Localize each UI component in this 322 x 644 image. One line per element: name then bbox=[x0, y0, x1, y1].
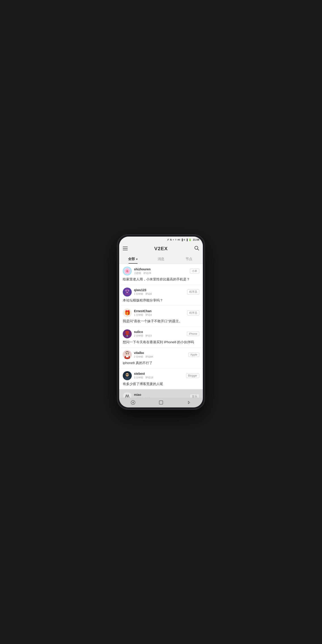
svg-point-25 bbox=[126, 373, 129, 376]
time-display: 21:09 bbox=[193, 238, 199, 241]
user-info: sulico 2 分钟前 评论3 bbox=[123, 330, 152, 338]
avatar-miao bbox=[123, 392, 132, 398]
svg-point-26 bbox=[126, 374, 127, 375]
back-button[interactable] bbox=[129, 398, 137, 406]
tag-badge-xiaomi[interactable]: 小米 bbox=[190, 268, 199, 274]
post-content-vitalbo: iphone8 真的不行了 bbox=[123, 360, 199, 366]
post-content-qiwu123: 本论坛模版程序能分享吗？ bbox=[123, 298, 199, 303]
hamburger-menu-button[interactable] bbox=[123, 246, 128, 251]
username-vitalbo: vitalbo bbox=[134, 351, 153, 355]
svg-rect-23 bbox=[126, 356, 128, 357]
svg-rect-13 bbox=[126, 331, 129, 333]
svg-rect-12 bbox=[126, 292, 128, 293]
post-item-errnestchan[interactable]: 🎁 ErnestChan 1 分钟前 评论4 程序员 我是问"喜欢一个妹子不敢开… bbox=[119, 306, 203, 327]
tab-messages-label: 消息 bbox=[158, 257, 164, 261]
avatar-vitalbo bbox=[123, 350, 132, 359]
signal-icon: ▐ bbox=[181, 238, 183, 241]
tab-bar: 全部 ▼ 消息 节点 bbox=[119, 254, 203, 264]
svg-rect-1 bbox=[123, 248, 128, 249]
home-button[interactable] bbox=[157, 398, 165, 406]
post-item-qiwu123[interactable]: qiwu123 1 分钟前 评论8 程序员 本论坛模版程序能分享吗？ bbox=[119, 285, 203, 306]
tag-badge-programmer1[interactable]: 程序员 bbox=[187, 289, 199, 294]
tag-badge-blogger[interactable]: Blogger bbox=[186, 374, 199, 378]
post-time-vitalbo: 2 分钟前 评论84 bbox=[134, 355, 153, 358]
tag-badge-iphone[interactable]: iPhone bbox=[187, 332, 199, 336]
post-time-qiwu123: 1 分钟前 评论8 bbox=[134, 292, 152, 296]
app-logo-title: V2EX bbox=[154, 246, 168, 252]
post-header: vitalbo 2 分钟前 评论84 Apple bbox=[123, 350, 199, 359]
post-feed: 🌸 shizhouren 几秒前 评论24 小米 给家里老人用，小米里性价比最高… bbox=[119, 264, 203, 398]
user-meta: shizhouren 几秒前 评论24 bbox=[134, 268, 151, 275]
username-shizhouren: shizhouren bbox=[134, 268, 151, 271]
svg-rect-10 bbox=[126, 290, 126, 291]
tag-badge-music[interactable]: 音乐 bbox=[190, 394, 199, 398]
avatar-errnestchan: 🎁 bbox=[123, 308, 132, 317]
user-info: stebest 3 分钟前 评论19 bbox=[123, 371, 153, 380]
phone-frame: ✗ N ⌖ ① 4G ▐ G ▐ 🔋 21:09 V2EX bbox=[118, 235, 204, 409]
user-info: qiwu123 1 分钟前 评论8 bbox=[123, 288, 152, 296]
tab-all-dropdown-icon: ▼ bbox=[136, 258, 138, 260]
tab-all-label: 全部 bbox=[128, 257, 135, 261]
username-errnestchan: ErnestChan bbox=[134, 309, 152, 313]
post-time-stebest: 3 分钟前 评论19 bbox=[134, 376, 153, 379]
svg-rect-32 bbox=[159, 401, 163, 404]
avatar-sulico bbox=[123, 330, 132, 338]
signal-icon2: ▐ bbox=[186, 238, 188, 241]
phone-screen: ✗ N ⌖ ① 4G ▐ G ▐ 🔋 21:09 V2EX bbox=[119, 236, 203, 408]
nfc-icon: N bbox=[170, 238, 172, 241]
forward-button[interactable] bbox=[185, 398, 193, 406]
wifi-icon: ⌖ bbox=[173, 238, 174, 241]
post-header: 🎁 ErnestChan 1 分钟前 评论4 程序员 bbox=[123, 308, 199, 317]
tab-all[interactable]: 全部 ▼ bbox=[119, 254, 147, 264]
post-content-shizhouren: 给家里老人用，小米里性价比最高的手机是？ bbox=[123, 277, 199, 282]
svg-marker-31 bbox=[132, 402, 134, 404]
username-miao: miao bbox=[134, 393, 153, 396]
user-meta: vitalbo 2 分钟前 评论84 bbox=[134, 351, 153, 358]
svg-rect-28 bbox=[125, 377, 130, 380]
user-info: vitalbo 2 分钟前 评论84 bbox=[123, 350, 153, 359]
tag-badge-apple[interactable]: Apple bbox=[188, 352, 199, 357]
post-item-stebest[interactable]: stebest 3 分钟前 评论19 Blogger 有多少搭了博客荒废的人呢 bbox=[119, 368, 203, 390]
user-info: miao 3 分钟前 评论10 bbox=[123, 392, 153, 398]
username-stebest: stebest bbox=[134, 372, 153, 376]
user-meta: sulico 2 分钟前 评论3 bbox=[134, 330, 152, 338]
svg-rect-6 bbox=[125, 290, 130, 291]
post-content-stebest: 有多少搭了博客荒废的人呢 bbox=[123, 382, 199, 386]
avatar-stebest bbox=[123, 371, 132, 380]
svg-rect-5 bbox=[126, 289, 129, 290]
post-time-shizhouren: 几秒前 评论24 bbox=[134, 272, 151, 275]
user-meta: ErnestChan 1 分钟前 评论4 bbox=[134, 309, 152, 317]
svg-point-21 bbox=[128, 353, 128, 354]
post-item-sulico[interactable]: sulico 2 分钟前 评论3 iPhone 想问一下今天有在香港买到 iPh… bbox=[119, 327, 203, 348]
svg-rect-0 bbox=[123, 247, 128, 247]
tab-messages[interactable]: 消息 bbox=[147, 254, 175, 264]
status-icons: ✗ N ⌖ ① 4G ▐ G ▐ 🔋 21:09 bbox=[167, 238, 199, 241]
svg-rect-11 bbox=[128, 290, 129, 291]
app-header: V2EX bbox=[119, 243, 203, 254]
battery-icon: 🔋 bbox=[188, 238, 192, 241]
tag-badge-programmer2[interactable]: 程序员 bbox=[187, 310, 199, 316]
post-content-errnestchan: 我是问"喜欢一个妹子不敢开口"的题主。 bbox=[123, 319, 199, 324]
user-info: 🎁 ErnestChan 1 分钟前 评论4 bbox=[123, 308, 152, 317]
post-header: stebest 3 分钟前 评论19 Blogger bbox=[123, 371, 199, 380]
svg-line-4 bbox=[198, 249, 199, 250]
svg-marker-33 bbox=[188, 401, 190, 404]
post-header: miao 3 分钟前 评论10 音乐 bbox=[123, 392, 199, 398]
user-meta: miao 3 分钟前 评论10 bbox=[134, 393, 153, 398]
post-item-miao[interactable]: miao 3 分钟前 评论10 音乐 大家还记得这些音乐网站吗？都已经不在了,以… bbox=[119, 389, 203, 398]
search-button[interactable] bbox=[194, 246, 199, 252]
svg-rect-14 bbox=[126, 333, 128, 335]
tab-nodes-label: 节点 bbox=[186, 257, 192, 261]
post-item-shizhouren[interactable]: 🌸 shizhouren 几秒前 评论24 小米 给家里老人用，小米里性价比最高… bbox=[119, 264, 203, 285]
tab-nodes[interactable]: 节点 bbox=[175, 254, 203, 264]
network-g: G bbox=[184, 238, 185, 241]
svg-point-20 bbox=[126, 353, 127, 354]
post-item-vitalbo[interactable]: vitalbo 2 分钟前 评论84 Apple iphone8 真的不行了 bbox=[119, 348, 203, 368]
user-meta: qiwu123 1 分钟前 评论8 bbox=[134, 288, 152, 296]
avatar-qiwu123 bbox=[123, 288, 132, 296]
post-time-sulico: 2 分钟前 评论3 bbox=[134, 334, 152, 338]
svg-point-27 bbox=[128, 374, 128, 375]
bluetooth-icon: ✗ bbox=[167, 238, 169, 241]
user-info: 🌸 shizhouren 几秒前 评论24 bbox=[123, 266, 151, 276]
username-sulico: sulico bbox=[134, 330, 152, 334]
